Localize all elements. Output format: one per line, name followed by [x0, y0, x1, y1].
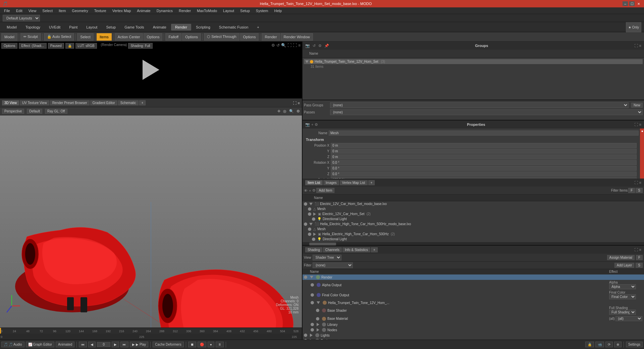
work-mode-tab-uvedit[interactable]: UVEdit: [45, 24, 64, 31]
shader-eye-library[interactable]: [311, 323, 314, 326]
item-eye-2[interactable]: [308, 207, 311, 211]
work-mode-tab-game-tools[interactable]: Game Tools: [120, 24, 148, 31]
menu-item-animate[interactable]: Animate: [134, 8, 153, 13]
settings-button[interactable]: Settings: [626, 342, 643, 347]
shader-row-base-shader[interactable]: Base Shader Full Shading Full Shading: [303, 305, 644, 315]
item-row-2[interactable]: △ Mesh: [303, 206, 644, 211]
name-input[interactable]: [329, 131, 639, 136]
item-eye-8[interactable]: [312, 238, 315, 241]
shader-row-environments[interactable]: Environments: [303, 338, 644, 340]
expand-nodes[interactable]: [317, 328, 319, 332]
shader-row-nodes[interactable]: Nodes: [303, 327, 644, 333]
sculpt-button[interactable]: ✏ Sculpt: [20, 33, 41, 41]
timeline-ruler[interactable]: 0 24 48 72 96 120 144 168 192 216 240 26…: [0, 328, 302, 334]
tab-render-preset[interactable]: Render Preset Browser: [50, 100, 90, 105]
graph-editor-button[interactable]: 📈 Graph Editor: [26, 342, 54, 347]
preview-icon-4[interactable]: ⛶: [287, 43, 291, 48]
work-mode-tab-animate[interactable]: Animate: [149, 24, 170, 31]
expand-render[interactable]: [310, 276, 313, 279]
menu-item-maxtomodo[interactable]: MaxToModo: [194, 8, 220, 13]
item-eye-1[interactable]: [304, 202, 307, 206]
shading-f-button[interactable]: F: [636, 255, 643, 260]
shader-row-hella[interactable]: Hella_Trumpet_Twin_Tone_12V_Horn_...: [303, 300, 644, 305]
preview-options-btn[interactable]: Options: [1, 43, 17, 49]
groups-icon-4[interactable]: 📌: [324, 44, 329, 48]
work-mode-tab-+[interactable]: +: [253, 24, 263, 31]
menu-item-geometry[interactable]: Geometry: [69, 8, 91, 13]
tab-3d-view[interactable]: 3D View: [2, 100, 19, 105]
auto-select-button[interactable]: 🔒 Auto Select: [44, 33, 74, 41]
prop-icon-2[interactable]: +: [311, 122, 313, 127]
expand-icon[interactable]: [305, 60, 309, 63]
item-eye-3[interactable]: [308, 212, 311, 216]
groups-icon-1[interactable]: 📷: [305, 44, 310, 48]
preview-icon-3[interactable]: 🔍: [281, 43, 286, 48]
groups-expand-icon[interactable]: ⛶: [634, 44, 638, 48]
item-eye-6[interactable]: [308, 228, 311, 231]
cam-icon-2[interactable]: 📹: [595, 342, 604, 347]
expand-icon-3[interactable]: [313, 212, 316, 216]
prop-icon-3[interactable]: ⚙: [315, 122, 318, 127]
menu-item-edit[interactable]: Edit: [13, 8, 25, 13]
item-eye-4[interactable]: [312, 217, 315, 221]
shader-eye-envs[interactable]: [304, 339, 307, 340]
group-item-root[interactable]: Hella_Trumpet_Twin_Tone_12V_Horn_Set (3): [304, 59, 643, 64]
item-row-8[interactable]: 💡 Directional Light: [303, 237, 644, 242]
scrollbar-thumb[interactable]: [309, 243, 336, 245]
item-settings-icon[interactable]: ⚙: [312, 188, 316, 193]
shader-eye-render[interactable]: [304, 276, 307, 279]
pb-icon-4[interactable]: ⏸: [216, 342, 224, 347]
item-row-3[interactable]: ▣ Electric_12V_Car_Horn_Set (2): [303, 211, 644, 216]
pb-icon-1[interactable]: ⏹: [188, 342, 196, 347]
last-frame-btn[interactable]: ⏭: [120, 342, 128, 347]
shader-eye-nodes[interactable]: [311, 328, 314, 332]
expand-icon-7[interactable]: [313, 233, 316, 236]
expand-library[interactable]: [317, 323, 319, 326]
tab-schematic[interactable]: Schematic: [118, 100, 139, 105]
filter-s-button[interactable]: S: [636, 188, 643, 193]
rot-z-input[interactable]: [331, 171, 637, 177]
audio-button[interactable]: 🎵 🎵 Audio: [1, 342, 24, 347]
settings-icon[interactable]: ≡: [298, 101, 300, 105]
3d-icon-4[interactable]: ⚙: [297, 109, 300, 113]
filter-select-shading[interactable]: (none): [313, 262, 353, 268]
shading-settings-icon[interactable]: ≡: [639, 248, 641, 252]
pb-icon-3[interactable]: ●: [208, 342, 214, 347]
shader-row-lights[interactable]: Lights: [303, 333, 644, 338]
3d-icon-2[interactable]: ◎: [283, 109, 286, 113]
cache-deformers-button[interactable]: Cache Deformers: [153, 342, 183, 347]
prop-expand-icon[interactable]: ⛶: [634, 122, 638, 127]
falloff-button[interactable]: Falloff: [165, 33, 181, 41]
menu-item-select[interactable]: Select: [40, 8, 55, 13]
item-eye-7[interactable]: [308, 233, 311, 236]
expand-hella[interactable]: [317, 301, 320, 304]
item-row-6[interactable]: △ Mesh: [303, 227, 644, 232]
layout-dropdown[interactable]: Default Layouts: [3, 15, 40, 21]
item-eye-5[interactable]: [304, 222, 307, 226]
pass-groups-select[interactable]: (none): [330, 102, 629, 108]
3d-icon-3[interactable]: 🔍: [289, 109, 294, 113]
work-mode-tab-model[interactable]: Model: [3, 24, 21, 31]
final-effect-select[interactable]: Final Color: [609, 294, 636, 299]
shader-row-final-color[interactable]: Final Color Output Final Color Final Col…: [303, 290, 644, 300]
tab-uv-texture[interactable]: UV Texture View: [20, 100, 49, 105]
menu-item-layout[interactable]: Layout: [220, 8, 237, 13]
items-button[interactable]: Items: [97, 33, 112, 41]
menu-item-render[interactable]: Render: [176, 8, 194, 13]
shader-eye-final[interactable]: [311, 293, 314, 297]
prev-frame-btn[interactable]: ◀: [88, 342, 96, 347]
item-row-4[interactable]: 💡 Directional Light: [303, 216, 644, 221]
perspective-btn[interactable]: Perspective: [2, 109, 24, 114]
item-row-5[interactable]: ⬛ Hella_Electric_High_Tone_Car_Horn_500H…: [303, 221, 644, 227]
animated-button[interactable]: Animated: [56, 342, 74, 347]
tab-info-stats[interactable]: Info & Statistics: [342, 247, 370, 252]
rot-y-input[interactable]: [331, 166, 637, 171]
preview-shading-btn[interactable]: Shading: Full: [128, 43, 152, 49]
default-style-btn[interactable]: Default: [27, 109, 42, 114]
base-material-select[interactable]: (all): [615, 316, 642, 321]
viewport-3d[interactable]: Mesh Channels: 0 Deformers: ON GL: 321,3…: [0, 115, 302, 328]
item-row-7[interactable]: ▣ Hella_Electric_High_Tone_Car_Horn_500H…: [303, 232, 644, 237]
shader-row-base-material[interactable]: Base Material (all) (all): [303, 315, 644, 322]
groups-icon-3[interactable]: ⚙: [318, 44, 322, 48]
menu-item-vertex-map[interactable]: Vertex Map: [110, 8, 134, 13]
